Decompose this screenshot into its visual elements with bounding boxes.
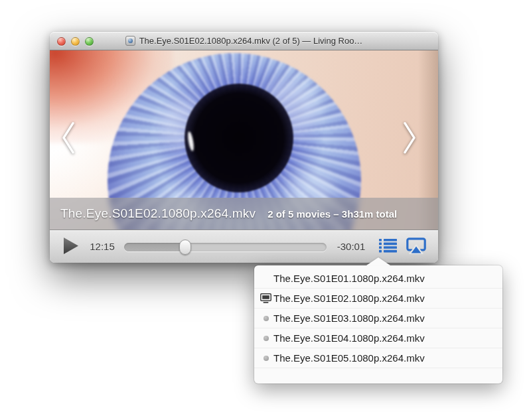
elapsed-time: 12:15 bbox=[87, 241, 117, 252]
chevron-right-icon bbox=[401, 119, 418, 157]
queue-dot-icon bbox=[258, 356, 273, 361]
window-title: The.Eye.S01E02.1080p.x264.mkv (2 of 5) —… bbox=[139, 36, 363, 46]
playlist-item-label: The.Eye.S01E04.1080p.x264.mkv bbox=[273, 332, 425, 344]
next-movie-button[interactable] bbox=[400, 119, 419, 158]
airplay-button[interactable] bbox=[405, 237, 427, 257]
queue-dot-icon bbox=[258, 316, 273, 321]
eye-highlight-art bbox=[187, 131, 194, 152]
display-icon bbox=[258, 293, 273, 303]
overlay-queue-info: 2 of 5 movies – 3h31m total bbox=[267, 208, 397, 220]
playlist-item[interactable]: The.Eye.S01E02.1080p.x264.mkv bbox=[254, 289, 502, 309]
close-button[interactable] bbox=[57, 37, 66, 46]
minimize-button[interactable] bbox=[71, 37, 80, 46]
airplay-icon bbox=[406, 238, 426, 256]
playlist-item-label: The.Eye.S01E02.1080p.x264.mkv bbox=[273, 293, 425, 304]
playlist-item[interactable]: The.Eye.S01E04.1080p.x264.mkv bbox=[254, 328, 502, 348]
playlist-item[interactable]: The.Eye.S01E03.1080p.x264.mkv bbox=[254, 309, 502, 328]
playlist-item[interactable]: The.Eye.S01E01.1080p.x264.mkv bbox=[254, 269, 502, 289]
now-playing-overlay: The.Eye.S01E02.1080p.x264.mkv 2 of 5 mov… bbox=[50, 198, 438, 230]
player-window: The.Eye.S01E02.1080p.x264.mkv (2 of 5) —… bbox=[50, 32, 438, 263]
queue-dot-icon bbox=[258, 336, 273, 341]
zoom-button[interactable] bbox=[85, 37, 94, 46]
titlebar: The.Eye.S01E02.1080p.x264.mkv (2 of 5) —… bbox=[50, 32, 438, 50]
play-icon bbox=[62, 237, 79, 257]
overlay-filename: The.Eye.S01E02.1080p.x264.mkv bbox=[60, 206, 256, 221]
slider-track[interactable] bbox=[124, 243, 327, 251]
playlist-button[interactable] bbox=[377, 237, 398, 257]
playlist-item[interactable]: The.Eye.S01E05.1080p.x264.mkv bbox=[254, 348, 502, 368]
playlist-item-label: The.Eye.S01E05.1080p.x264.mkv bbox=[273, 352, 425, 364]
playlist-item-label: The.Eye.S01E01.1080p.x264.mkv bbox=[273, 273, 425, 284]
traffic-lights bbox=[57, 37, 94, 46]
playlist-icon bbox=[379, 238, 397, 255]
popover-arrow bbox=[366, 257, 390, 265]
eye-pupil-art bbox=[185, 84, 293, 192]
document-proxy-icon[interactable] bbox=[125, 36, 135, 46]
video-viewport[interactable]: The.Eye.S01E02.1080p.x264.mkv 2 of 5 mov… bbox=[50, 50, 438, 230]
playlist-popover: The.Eye.S01E01.1080p.x264.mkv The.Eye.S0… bbox=[254, 265, 502, 384]
title-group: The.Eye.S01E02.1080p.x264.mkv (2 of 5) —… bbox=[125, 36, 363, 46]
previous-movie-button[interactable] bbox=[58, 119, 78, 158]
slider-fill bbox=[124, 243, 185, 251]
slider-thumb[interactable] bbox=[179, 240, 191, 255]
playlist-item-label: The.Eye.S01E03.1080p.x264.mkv bbox=[273, 313, 425, 324]
chevron-left-icon bbox=[60, 119, 77, 157]
seek-slider[interactable] bbox=[124, 239, 327, 255]
play-button[interactable] bbox=[60, 237, 80, 257]
remaining-time: -30:01 bbox=[333, 241, 369, 252]
desktop: The.Eye.S01E02.1080p.x264.mkv (2 of 5) —… bbox=[0, 0, 531, 420]
